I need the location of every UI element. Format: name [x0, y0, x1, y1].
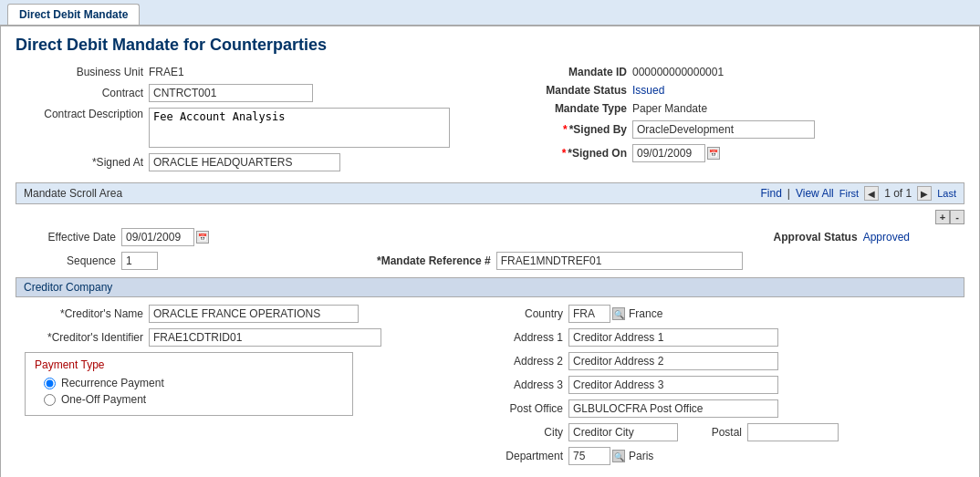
country-label: Country [481, 307, 563, 320]
mandate-status-label: Mandate Status [517, 84, 627, 97]
signed-by-input[interactable] [632, 120, 815, 139]
city-label: City [481, 426, 563, 439]
city-input[interactable] [568, 423, 678, 441]
mandate-ref-input[interactable] [496, 252, 743, 270]
next-nav-btn[interactable]: ▶ [917, 186, 932, 201]
payment-type-label: Payment Type [35, 358, 343, 371]
oneoff-payment-radio[interactable] [44, 394, 56, 406]
effective-date-calendar-icon[interactable]: 📅 [196, 231, 209, 244]
approval-status-label: Approval Status [774, 231, 858, 244]
oneoff-payment-label: One-Off Payment [61, 393, 146, 406]
address3-input[interactable] [568, 376, 778, 394]
mandate-ref-label: *Mandate Reference # [377, 254, 491, 267]
mandate-scroll-label: Mandate Scroll Area [24, 187, 122, 200]
signed-at-label: *Signed At [16, 156, 143, 169]
creditor-section-header: Creditor Company [16, 277, 964, 297]
contract-desc-label: Contract Description [16, 108, 143, 120]
direct-debit-mandate-tab[interactable]: Direct Debit Mandate [7, 4, 140, 25]
creditor-name-label: *Creditor's Name [16, 307, 143, 320]
country-name: France [629, 307, 662, 320]
first-nav[interactable]: First [839, 188, 859, 199]
recurrence-payment-radio[interactable] [44, 378, 56, 389]
business-unit-label: Business Unit [16, 66, 143, 78]
mandate-type-label: Mandate Type [517, 102, 627, 115]
mandate-id-value: 000000000000001 [632, 66, 724, 78]
page-info: 1 of 1 [884, 187, 912, 200]
mandate-type-value: Paper Mandate [632, 102, 707, 115]
signed-on-label: *Signed On [517, 147, 627, 160]
department-search-icon[interactable]: 🔍 [612, 450, 625, 462]
country-search-icon[interactable]: 🔍 [612, 307, 625, 320]
signed-on-calendar-icon[interactable]: 📅 [707, 147, 720, 160]
address3-label: Address 3 [481, 378, 563, 391]
prev-nav-btn[interactable]: ◀ [864, 186, 879, 201]
effective-date-input[interactable] [121, 228, 194, 246]
effective-date-label: Effective Date [16, 231, 116, 244]
approval-status-value: Approved [863, 231, 910, 244]
address1-input[interactable] [568, 328, 778, 347]
address2-input[interactable] [568, 352, 778, 370]
department-label: Department [481, 450, 563, 462]
find-link[interactable]: Find [761, 187, 782, 200]
post-office-label: Post Office [481, 402, 563, 415]
mandate-id-label: Mandate ID [517, 66, 627, 78]
contract-desc-input[interactable] [149, 108, 450, 148]
add-row-button[interactable]: + [935, 210, 950, 224]
business-unit-value: FRAE1 [149, 66, 184, 78]
sequence-input[interactable] [121, 252, 158, 270]
page-title: Direct Debit Mandate for Counterparties [16, 36, 964, 55]
country-code-input[interactable] [568, 305, 610, 323]
creditor-name-input[interactable] [149, 305, 359, 323]
sequence-label: Sequence [16, 254, 116, 267]
department-input[interactable] [568, 447, 610, 465]
view-all-link[interactable]: View All [796, 187, 834, 200]
recurrence-payment-label: Recurrence Payment [61, 377, 164, 389]
post-office-input[interactable] [568, 399, 778, 418]
mandate-scroll-area-header: Mandate Scroll Area Find | View All Firs… [16, 182, 964, 204]
department-name: Paris [629, 450, 653, 462]
payment-type-box: Payment Type Recurrence Payment One-Off … [25, 352, 353, 416]
contract-label: Contract [16, 87, 143, 99]
signed-at-input[interactable] [149, 153, 340, 171]
creditor-identifier-label: *Creditor's Identifier [16, 331, 143, 344]
remove-row-button[interactable]: - [950, 210, 964, 224]
signed-on-input[interactable] [632, 144, 705, 162]
address1-label: Address 1 [481, 331, 563, 344]
last-nav[interactable]: Last [937, 188, 956, 199]
signed-by-label: *Signed By [517, 123, 627, 136]
address2-label: Address 2 [481, 355, 563, 368]
contract-input[interactable] [149, 84, 313, 102]
creditor-identifier-input[interactable] [149, 328, 381, 347]
postal-label: Postal [696, 426, 742, 439]
mandate-status-value: Issued [632, 84, 664, 97]
postal-input[interactable] [747, 423, 839, 441]
